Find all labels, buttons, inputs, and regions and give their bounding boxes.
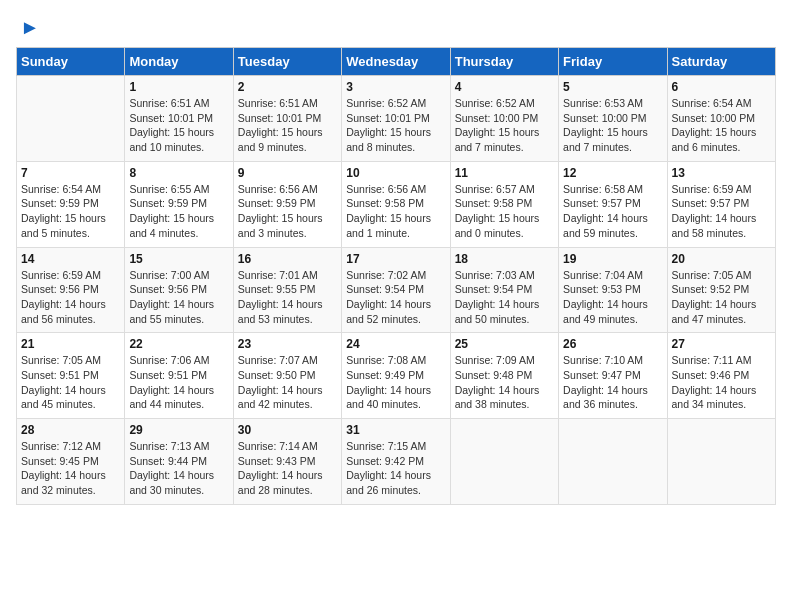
day-number: 17 [346,252,445,266]
calendar-cell: 28Sunrise: 7:12 AM Sunset: 9:45 PM Dayli… [17,419,125,505]
calendar-cell: 14Sunrise: 6:59 AM Sunset: 9:56 PM Dayli… [17,247,125,333]
header-row: SundayMondayTuesdayWednesdayThursdayFrid… [17,48,776,76]
calendar-cell: 3Sunrise: 6:52 AM Sunset: 10:01 PM Dayli… [342,76,450,162]
calendar-cell: 20Sunrise: 7:05 AM Sunset: 9:52 PM Dayli… [667,247,775,333]
header-cell-saturday: Saturday [667,48,775,76]
day-info: Sunrise: 7:08 AM Sunset: 9:49 PM Dayligh… [346,353,445,412]
day-info: Sunrise: 6:56 AM Sunset: 9:58 PM Dayligh… [346,182,445,241]
day-number: 15 [129,252,228,266]
header-cell-monday: Monday [125,48,233,76]
day-info: Sunrise: 7:10 AM Sunset: 9:47 PM Dayligh… [563,353,662,412]
calendar-cell: 13Sunrise: 6:59 AM Sunset: 9:57 PM Dayli… [667,161,775,247]
day-number: 25 [455,337,554,351]
calendar-cell: 26Sunrise: 7:10 AM Sunset: 9:47 PM Dayli… [559,333,667,419]
calendar-cell [450,419,558,505]
day-number: 8 [129,166,228,180]
calendar-cell [559,419,667,505]
day-number: 14 [21,252,120,266]
calendar-cell: 7Sunrise: 6:54 AM Sunset: 9:59 PM Daylig… [17,161,125,247]
header-cell-wednesday: Wednesday [342,48,450,76]
calendar-cell: 29Sunrise: 7:13 AM Sunset: 9:44 PM Dayli… [125,419,233,505]
day-number: 29 [129,423,228,437]
day-number: 1 [129,80,228,94]
day-number: 31 [346,423,445,437]
day-info: Sunrise: 7:04 AM Sunset: 9:53 PM Dayligh… [563,268,662,327]
day-number: 28 [21,423,120,437]
day-info: Sunrise: 7:11 AM Sunset: 9:46 PM Dayligh… [672,353,771,412]
calendar-cell: 5Sunrise: 6:53 AM Sunset: 10:00 PM Dayli… [559,76,667,162]
day-number: 16 [238,252,337,266]
calendar-cell: 15Sunrise: 7:00 AM Sunset: 9:56 PM Dayli… [125,247,233,333]
calendar-cell: 4Sunrise: 6:52 AM Sunset: 10:00 PM Dayli… [450,76,558,162]
day-info: Sunrise: 7:12 AM Sunset: 9:45 PM Dayligh… [21,439,120,498]
day-info: Sunrise: 6:53 AM Sunset: 10:00 PM Daylig… [563,96,662,155]
day-info: Sunrise: 7:05 AM Sunset: 9:52 PM Dayligh… [672,268,771,327]
day-info: Sunrise: 7:05 AM Sunset: 9:51 PM Dayligh… [21,353,120,412]
calendar-cell: 31Sunrise: 7:15 AM Sunset: 9:42 PM Dayli… [342,419,450,505]
calendar-cell: 8Sunrise: 6:55 AM Sunset: 9:59 PM Daylig… [125,161,233,247]
day-number: 7 [21,166,120,180]
day-info: Sunrise: 6:52 AM Sunset: 10:00 PM Daylig… [455,96,554,155]
week-row: 28Sunrise: 7:12 AM Sunset: 9:45 PM Dayli… [17,419,776,505]
day-number: 20 [672,252,771,266]
day-number: 30 [238,423,337,437]
day-number: 18 [455,252,554,266]
calendar-cell: 25Sunrise: 7:09 AM Sunset: 9:48 PM Dayli… [450,333,558,419]
calendar-header: SundayMondayTuesdayWednesdayThursdayFrid… [17,48,776,76]
day-info: Sunrise: 7:14 AM Sunset: 9:43 PM Dayligh… [238,439,337,498]
calendar-cell: 11Sunrise: 6:57 AM Sunset: 9:58 PM Dayli… [450,161,558,247]
week-row: 7Sunrise: 6:54 AM Sunset: 9:59 PM Daylig… [17,161,776,247]
day-info: Sunrise: 7:02 AM Sunset: 9:54 PM Dayligh… [346,268,445,327]
day-info: Sunrise: 6:55 AM Sunset: 9:59 PM Dayligh… [129,182,228,241]
day-number: 5 [563,80,662,94]
header-cell-sunday: Sunday [17,48,125,76]
calendar-cell: 2Sunrise: 6:51 AM Sunset: 10:01 PM Dayli… [233,76,341,162]
day-info: Sunrise: 7:15 AM Sunset: 9:42 PM Dayligh… [346,439,445,498]
calendar-table: SundayMondayTuesdayWednesdayThursdayFrid… [16,47,776,505]
week-row: 21Sunrise: 7:05 AM Sunset: 9:51 PM Dayli… [17,333,776,419]
day-info: Sunrise: 6:59 AM Sunset: 9:57 PM Dayligh… [672,182,771,241]
day-info: Sunrise: 7:06 AM Sunset: 9:51 PM Dayligh… [129,353,228,412]
day-info: Sunrise: 7:00 AM Sunset: 9:56 PM Dayligh… [129,268,228,327]
day-info: Sunrise: 7:07 AM Sunset: 9:50 PM Dayligh… [238,353,337,412]
day-info: Sunrise: 6:51 AM Sunset: 10:01 PM Daylig… [129,96,228,155]
calendar-cell: 23Sunrise: 7:07 AM Sunset: 9:50 PM Dayli… [233,333,341,419]
day-info: Sunrise: 7:03 AM Sunset: 9:54 PM Dayligh… [455,268,554,327]
calendar-cell: 27Sunrise: 7:11 AM Sunset: 9:46 PM Dayli… [667,333,775,419]
day-info: Sunrise: 6:54 AM Sunset: 9:59 PM Dayligh… [21,182,120,241]
logo: ► [16,16,40,39]
day-number: 2 [238,80,337,94]
day-number: 19 [563,252,662,266]
day-info: Sunrise: 6:59 AM Sunset: 9:56 PM Dayligh… [21,268,120,327]
day-number: 27 [672,337,771,351]
day-info: Sunrise: 6:54 AM Sunset: 10:00 PM Daylig… [672,96,771,155]
calendar-cell: 9Sunrise: 6:56 AM Sunset: 9:59 PM Daylig… [233,161,341,247]
calendar-cell: 18Sunrise: 7:03 AM Sunset: 9:54 PM Dayli… [450,247,558,333]
day-number: 6 [672,80,771,94]
day-number: 13 [672,166,771,180]
day-number: 10 [346,166,445,180]
calendar-cell: 21Sunrise: 7:05 AM Sunset: 9:51 PM Dayli… [17,333,125,419]
calendar-cell [667,419,775,505]
calendar-cell: 12Sunrise: 6:58 AM Sunset: 9:57 PM Dayli… [559,161,667,247]
day-number: 22 [129,337,228,351]
header: ► [16,16,776,39]
calendar-body: 1Sunrise: 6:51 AM Sunset: 10:01 PM Dayli… [17,76,776,505]
calendar-cell: 16Sunrise: 7:01 AM Sunset: 9:55 PM Dayli… [233,247,341,333]
day-info: Sunrise: 6:56 AM Sunset: 9:59 PM Dayligh… [238,182,337,241]
day-number: 12 [563,166,662,180]
calendar-cell: 17Sunrise: 7:02 AM Sunset: 9:54 PM Dayli… [342,247,450,333]
week-row: 1Sunrise: 6:51 AM Sunset: 10:01 PM Dayli… [17,76,776,162]
day-info: Sunrise: 6:57 AM Sunset: 9:58 PM Dayligh… [455,182,554,241]
calendar-cell: 24Sunrise: 7:08 AM Sunset: 9:49 PM Dayli… [342,333,450,419]
header-cell-thursday: Thursday [450,48,558,76]
day-info: Sunrise: 6:51 AM Sunset: 10:01 PM Daylig… [238,96,337,155]
day-number: 24 [346,337,445,351]
calendar-cell: 6Sunrise: 6:54 AM Sunset: 10:00 PM Dayli… [667,76,775,162]
day-number: 9 [238,166,337,180]
day-number: 23 [238,337,337,351]
calendar-cell: 22Sunrise: 7:06 AM Sunset: 9:51 PM Dayli… [125,333,233,419]
calendar-cell: 30Sunrise: 7:14 AM Sunset: 9:43 PM Dayli… [233,419,341,505]
day-info: Sunrise: 7:09 AM Sunset: 9:48 PM Dayligh… [455,353,554,412]
logo-bird-icon: ► [20,16,40,39]
